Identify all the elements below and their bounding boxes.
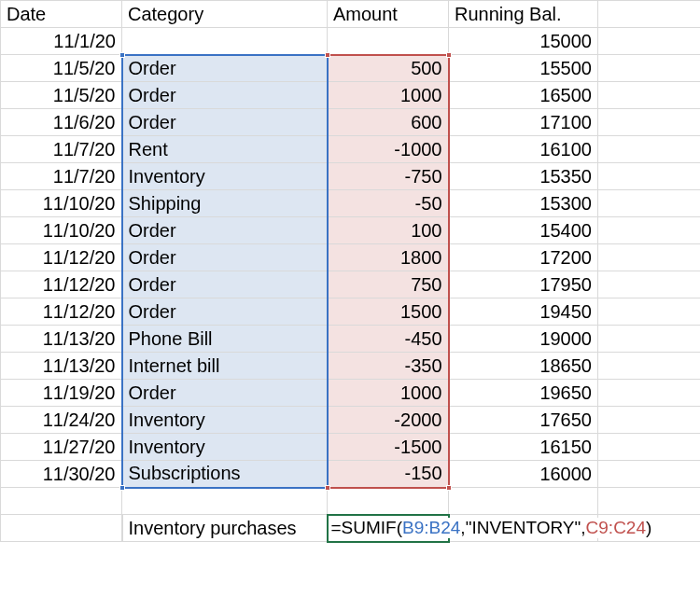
cell-date[interactable]: 11/13/20 [1,353,122,380]
formula-cell[interactable]: =SUMIF(B9:B24,"INVENTORY",C9:C24) [328,515,449,542]
cell-empty[interactable] [598,217,701,244]
cell-balance[interactable]: 17100 [449,109,598,136]
cell-category[interactable]: Order [122,82,328,109]
cell-amount[interactable]: -1500 [328,434,449,461]
cell-category[interactable]: Order [122,244,328,271]
cell-amount[interactable] [328,28,449,55]
cell-date[interactable]: 11/5/20 [1,82,122,109]
cell-date[interactable]: 11/13/20 [1,326,122,353]
cell-date[interactable]: 11/12/20 [1,271,122,298]
cell-empty[interactable] [598,461,701,488]
cell-empty[interactable] [598,163,701,190]
cell-balance[interactable]: 17650 [449,407,598,434]
cell-amount[interactable]: 1000 [328,380,449,407]
spreadsheet-table[interactable]: Date Category Amount Running Bal. 11/1/2… [0,0,700,543]
cell-empty[interactable] [598,298,701,326]
cell-category[interactable]: Order [122,55,328,82]
cell-amount[interactable]: 1000 [328,82,449,109]
cell-date[interactable]: 11/10/20 [1,190,122,217]
cell-balance[interactable]: 19000 [449,326,598,353]
summary-label[interactable]: Inventory purchases [122,515,328,542]
col-header-category[interactable]: Category [122,1,328,28]
cell-balance[interactable]: 18650 [449,353,598,380]
cell-category[interactable]: Rent [122,136,328,163]
cell-amount[interactable]: -150 [328,461,449,488]
cell-balance[interactable]: 19650 [449,380,598,407]
cell-date[interactable]: 11/10/20 [1,217,122,244]
cell-empty[interactable] [328,488,449,515]
cell-empty[interactable] [122,488,328,515]
cell-category[interactable]: Inventory [122,407,328,434]
cell-category[interactable]: Subscriptions [122,461,328,488]
cell-category[interactable]: Internet bill [122,353,328,380]
cell-category[interactable]: Order [122,380,328,407]
cell-empty[interactable] [1,488,122,515]
col-header-amount[interactable]: Amount [328,1,449,28]
cell-date[interactable]: 11/12/20 [1,244,122,271]
cell-empty[interactable] [598,271,701,298]
table-row: 11/12/20Order150019450 [1,298,701,326]
cell-balance[interactable]: 15500 [449,55,598,82]
cell-empty[interactable] [598,55,701,82]
cell-category[interactable]: Phone Bill [122,326,328,353]
cell-empty[interactable] [598,488,701,515]
cell-amount[interactable]: -750 [328,163,449,190]
cell-category[interactable]: Order [122,298,328,326]
cell-amount[interactable]: -450 [328,326,449,353]
cell-balance[interactable]: 17200 [449,244,598,271]
cell-date[interactable]: 11/27/20 [1,434,122,461]
cell-category[interactable]: Shipping [122,190,328,217]
cell-amount[interactable]: -350 [328,353,449,380]
cell-balance[interactable]: 15000 [449,28,598,55]
cell-amount[interactable]: 1500 [328,298,449,326]
cell-amount[interactable]: 750 [328,271,449,298]
cell-date[interactable]: 11/6/20 [1,109,122,136]
cell-amount[interactable]: -2000 [328,407,449,434]
cell-date[interactable]: 11/7/20 [1,136,122,163]
cell-empty[interactable] [598,136,701,163]
cell-empty[interactable] [598,353,701,380]
cell-amount[interactable]: -50 [328,190,449,217]
cell-balance[interactable]: 16000 [449,461,598,488]
col-header-date[interactable]: Date [1,1,122,28]
cell-amount[interactable]: 600 [328,109,449,136]
cell-empty[interactable] [598,190,701,217]
cell-date[interactable]: 11/1/20 [1,28,122,55]
cell-balance[interactable]: 15300 [449,190,598,217]
cell-balance[interactable]: 19450 [449,298,598,326]
cell-date[interactable]: 11/7/20 [1,163,122,190]
cell-category[interactable]: Inventory [122,434,328,461]
cell-empty[interactable] [598,407,701,434]
cell-date[interactable]: 11/24/20 [1,407,122,434]
cell-category[interactable]: Inventory [122,163,328,190]
cell-amount[interactable]: 500 [328,55,449,82]
cell-date[interactable]: 11/30/20 [1,461,122,488]
cell-balance[interactable]: 17950 [449,271,598,298]
cell-balance[interactable]: 16500 [449,82,598,109]
cell-amount[interactable]: -1000 [328,136,449,163]
cell-category[interactable]: Order [122,217,328,244]
cell-empty[interactable] [598,326,701,353]
cell-empty[interactable] [598,28,701,55]
cell-empty[interactable] [598,434,701,461]
cell-balance[interactable]: 15400 [449,217,598,244]
cell-balance[interactable]: 16100 [449,136,598,163]
cell-category[interactable]: Order [122,271,328,298]
cell-empty[interactable] [598,380,701,407]
cell-amount[interactable]: 100 [328,217,449,244]
cell-empty[interactable] [1,515,122,542]
cell-balance[interactable]: 16150 [449,434,598,461]
cell-amount[interactable]: 1800 [328,244,449,271]
cell-date[interactable]: 11/12/20 [1,298,122,326]
col-header-balance[interactable]: Running Bal. [449,1,598,28]
cell-empty[interactable] [598,109,701,136]
cell-category[interactable] [122,28,328,55]
cell-empty[interactable] [598,82,701,109]
cell-category[interactable]: Order [122,109,328,136]
cell-empty[interactable] [598,1,701,28]
cell-balance[interactable]: 15350 [449,163,598,190]
cell-date[interactable]: 11/5/20 [1,55,122,82]
cell-empty[interactable] [598,244,701,271]
cell-empty[interactable] [449,488,598,515]
cell-date[interactable]: 11/19/20 [1,380,122,407]
